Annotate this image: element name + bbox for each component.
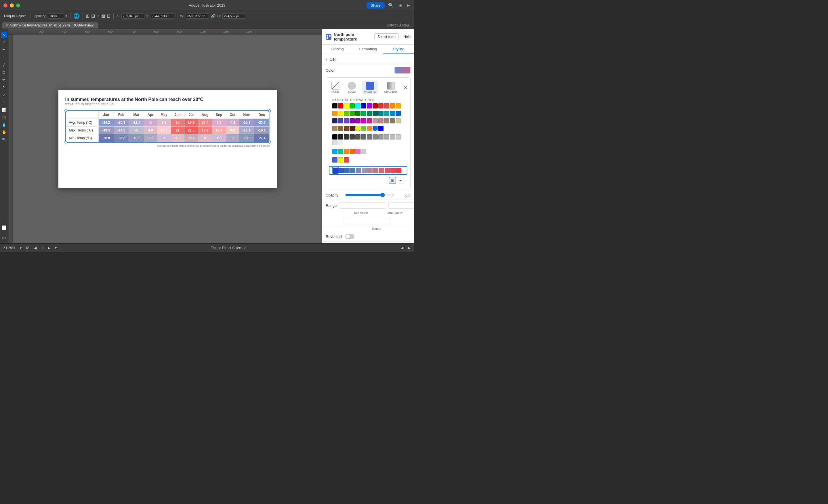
maximize-button[interactable] xyxy=(16,3,20,7)
color-type-none[interactable]: NONE xyxy=(329,81,341,94)
swatch-magenta[interactable] xyxy=(361,118,366,123)
swatch-darkred[interactable] xyxy=(373,103,378,109)
document-tab[interactable]: ✕ North Pole temperatures.ai* @ 51,29 % … xyxy=(2,22,98,29)
swatch-sienna[interactable] xyxy=(338,126,343,131)
swatch-darkviolet[interactable] xyxy=(355,118,361,123)
swatch-violet[interactable] xyxy=(349,118,355,123)
graph-tool[interactable]: 📊 xyxy=(1,107,7,113)
swatch-royalblue[interactable] xyxy=(373,126,378,131)
layout-icon[interactable]: ⊟ xyxy=(407,3,411,8)
center-input[interactable] xyxy=(343,218,390,224)
swatch-darkblue[interactable] xyxy=(332,118,337,123)
swatch-gd[interactable] xyxy=(338,140,343,145)
y-input[interactable] xyxy=(151,13,174,19)
handle-bl[interactable] xyxy=(65,141,67,143)
swatch-darkgreen[interactable] xyxy=(355,111,361,116)
list-view-btn[interactable]: ≡ xyxy=(397,177,404,184)
align-icon-2[interactable]: ⊟ xyxy=(91,13,95,19)
zoom-dropdown-icon[interactable]: ▾ xyxy=(20,246,22,250)
select-chart-button[interactable]: Select chart xyxy=(374,33,399,40)
fill-indicator[interactable] xyxy=(1,225,7,231)
line-tool[interactable]: ╱ xyxy=(1,61,7,68)
select-tool[interactable]: ↖ xyxy=(1,32,7,38)
opacity-arrow[interactable]: ▾ xyxy=(66,14,67,18)
brush-tool[interactable]: ✏ xyxy=(1,77,7,83)
window-icon[interactable]: ⊞ xyxy=(399,3,402,8)
shape-tool[interactable]: □ xyxy=(1,69,7,75)
swatch-darkchoc[interactable] xyxy=(349,126,355,131)
swatch-sand[interactable] xyxy=(396,118,401,123)
grid-view-btn[interactable]: ⊞ xyxy=(389,177,396,184)
swatch-lightred[interactable] xyxy=(384,103,389,109)
swatch-lightorange[interactable] xyxy=(332,111,337,116)
swatch-azure[interactable] xyxy=(390,111,395,116)
color-type-palette[interactable]: PALETTE xyxy=(362,81,378,94)
max-value-input[interactable] xyxy=(388,202,414,209)
palette-swatch-12[interactable] xyxy=(396,168,401,173)
align-icon-4[interactable]: ⊠ xyxy=(101,13,105,19)
swatch-accent3[interactable] xyxy=(344,149,349,154)
swatch-special3[interactable] xyxy=(344,157,349,163)
swatch-accent1[interactable] xyxy=(332,149,337,154)
palette-swatch-2[interactable] xyxy=(339,168,344,173)
type-tool[interactable]: T xyxy=(1,54,7,60)
swatch-gb[interactable] xyxy=(396,134,401,139)
swatch-blue[interactable] xyxy=(396,111,401,116)
swatch-accent2[interactable] xyxy=(338,149,343,154)
align-icon-3[interactable]: ≡ xyxy=(97,13,99,19)
globe-icon[interactable]: 🌐 xyxy=(73,13,80,19)
swatch-caramel[interactable] xyxy=(332,126,337,131)
swatch-black[interactable] xyxy=(332,103,337,109)
swatch-yellow[interactable] xyxy=(344,103,349,109)
handle-tl[interactable] xyxy=(65,109,67,112)
swatch-purple[interactable] xyxy=(367,103,372,109)
swatch-medcyan[interactable] xyxy=(384,111,389,116)
zoom-level[interactable]: 51,29% xyxy=(3,246,15,250)
search-icon[interactable]: 🔍 xyxy=(388,3,394,8)
share-button[interactable]: Share xyxy=(367,2,385,9)
swatch-special2[interactable] xyxy=(338,157,343,163)
swatch-g7[interactable] xyxy=(373,134,378,139)
swatch-navy[interactable] xyxy=(361,103,366,109)
h-input[interactable] xyxy=(222,13,245,19)
swatch-green[interactable] xyxy=(349,103,355,109)
swatch-red[interactable] xyxy=(338,103,343,109)
palette-swatch-1[interactable] xyxy=(333,168,338,173)
palette-swatch-11[interactable] xyxy=(390,168,396,173)
tab-close-icon[interactable]: ✕ xyxy=(6,24,8,27)
min-value-input[interactable] xyxy=(339,202,386,209)
link-icon[interactable]: 🔗 xyxy=(211,14,215,18)
swatch-teal[interactable] xyxy=(367,111,372,116)
swatch-g2[interactable] xyxy=(344,134,349,139)
swatch-orange[interactable] xyxy=(390,103,395,109)
swatch-darkcyan[interactable] xyxy=(378,111,383,116)
swatch-cyan[interactable] xyxy=(355,103,361,109)
zoom-tool[interactable]: 🔍 xyxy=(1,136,7,143)
gradient-tool[interactable]: ◫ xyxy=(1,114,7,120)
swatch-accent4[interactable] xyxy=(349,149,355,154)
align-icon-1[interactable]: ⊞ xyxy=(86,13,89,19)
swatch-limegreen[interactable] xyxy=(344,111,349,116)
help-button[interactable]: Help xyxy=(403,35,411,39)
minimize-button[interactable] xyxy=(10,3,14,7)
swatch-darkteal[interactable] xyxy=(373,111,378,116)
palette-swatch-3[interactable] xyxy=(344,168,349,173)
palette-swatch-8[interactable] xyxy=(373,168,378,173)
w-input[interactable] xyxy=(186,13,209,19)
swatch-chocolate[interactable] xyxy=(344,126,349,131)
rotate-tool[interactable]: ↻ xyxy=(1,84,7,90)
color-type-solid[interactable]: SOLID xyxy=(345,81,358,94)
swatch-yellow2[interactable] xyxy=(355,126,361,131)
color-preview[interactable] xyxy=(395,67,411,74)
swatch-g6[interactable] xyxy=(367,134,372,139)
swatch-olive[interactable] xyxy=(349,111,355,116)
eyedropper-tool[interactable]: 💧 xyxy=(1,121,7,128)
swatch-ge[interactable] xyxy=(344,140,349,145)
swatch-medblue[interactable] xyxy=(338,118,343,123)
close-button[interactable] xyxy=(3,3,7,7)
reversed-toggle[interactable] xyxy=(345,234,355,239)
swatch-orange2[interactable] xyxy=(367,126,372,131)
handle-tr[interactable] xyxy=(268,109,271,112)
opacity-slider[interactable] xyxy=(345,193,394,197)
more-tools[interactable]: ••• xyxy=(1,235,7,241)
